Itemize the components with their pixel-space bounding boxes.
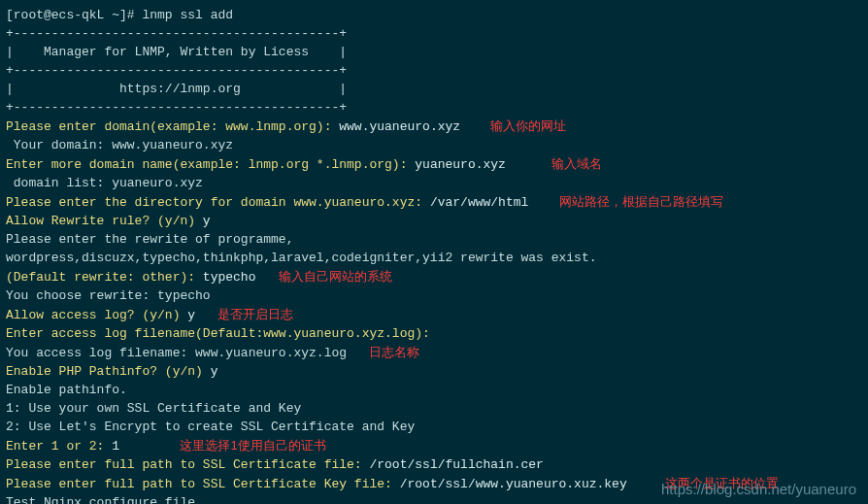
user-input[interactable]: 1: [112, 439, 119, 454]
user-input[interactable]: y: [203, 214, 211, 228]
prompt-text: Enter access log filename(Default:www.yu…: [6, 326, 438, 341]
rewrite-rule-line: Allow Rewrite rule? (y/n) y: [6, 212, 862, 230]
user-input[interactable]: typecho: [203, 270, 256, 285]
separator: +---------------------------------------…: [6, 24, 862, 43]
output-line: You access log filename: www.yuaneuro.xy…: [6, 343, 862, 362]
prompt-text: Enter 1 or 2:: [6, 439, 112, 454]
domain-prompt-line: Please enter domain(example: www.lnmp.or…: [6, 117, 862, 136]
user-input[interactable]: /root/ssl/www.yuaneuro.xuz.key: [400, 477, 627, 491]
log-filename-line: Enter access log filename(Default:www.yu…: [6, 324, 862, 343]
cert-file-line: Please enter full path to SSL Certificat…: [6, 455, 862, 474]
shell-prompt: [root@ecs-qkL ~]# lnmp ssl add: [6, 6, 862, 24]
prompt-text: Enable PHP Pathinfo? (y/n): [6, 364, 211, 379]
annotation: 输入你的网址: [490, 118, 566, 133]
rewrite-default-line: (Default rewrite: other): typecho 输入自己网站…: [6, 267, 862, 286]
output-line: Your domain: www.yuaneuro.xyz: [6, 136, 862, 154]
prompt-text: Enter more domain name(example: lnmp.org…: [6, 157, 415, 172]
prompt-text: Allow Rewrite rule? (y/n): [6, 214, 203, 228]
output-line: Please enter the rewrite of programme,: [6, 230, 862, 249]
output-line: Enable pathinfo.: [6, 381, 862, 399]
user-input[interactable]: y: [187, 308, 195, 322]
user-input[interactable]: yuaneuro.xyz: [415, 157, 506, 172]
annotation: 是否开启日志: [217, 307, 293, 321]
separator: +---------------------------------------…: [6, 98, 862, 117]
annotation: 日志名称: [369, 345, 419, 359]
prompt-text: (Default rewrite: other):: [6, 270, 203, 285]
output-line: domain list: yuaneuro.xyz: [6, 174, 862, 192]
pathinfo-line: Enable PHP Pathinfo? (y/n) y: [6, 362, 862, 381]
ssl-choice-line: Enter 1 or 2: 1 这里选择1使用自己的证书: [6, 436, 862, 455]
annotation: 输入域名: [551, 156, 602, 171]
prompt-text: Please enter domain(example: www.lnmp.or…: [6, 119, 339, 134]
more-domain-line: Enter more domain name(example: lnmp.org…: [6, 154, 862, 174]
output-text: You access log filename: www.yuaneuro.xy…: [6, 346, 347, 360]
user-input[interactable]: y: [211, 364, 218, 379]
prompt-text: Please enter full path to SSL Certificat…: [6, 477, 400, 491]
separator: +---------------------------------------…: [6, 61, 862, 80]
annotation: 输入自己网站的系统: [279, 269, 392, 284]
output-line: wordpress,discuzx,typecho,thinkphp,larav…: [6, 249, 862, 267]
output-line: You choose rewrite: typecho: [6, 286, 862, 305]
watermark: https://blog.csdn.net/yuaneuro: [661, 480, 856, 498]
prompt-text: Allow access log? (y/n): [6, 308, 187, 322]
annotation: 网站路径，根据自己路径填写: [559, 194, 723, 209]
user-input[interactable]: www.yuaneuro.xyz: [339, 119, 460, 134]
user-input[interactable]: /var/www/html: [430, 195, 528, 210]
directory-line: Please enter the directory for domain ww…: [6, 192, 862, 212]
user-input[interactable]: /root/ssl/fullchain.cer: [369, 457, 543, 472]
access-log-line: Allow access log? (y/n) y 是否开启日志: [6, 305, 862, 324]
banner-line: | Manager for LNMP, Written by Licess |: [6, 43, 862, 61]
banner-line: | https://lnmp.org |: [6, 80, 862, 98]
output-line: 1: Use your own SSL Certificate and Key: [6, 399, 862, 418]
annotation: 这里选择1使用自己的证书: [180, 438, 325, 453]
prompt-text: Please enter full path to SSL Certificat…: [6, 457, 369, 472]
prompt-text: Please enter the directory for domain ww…: [6, 195, 430, 210]
output-line: 2: Use Let's Encrypt to create SSL Certi…: [6, 418, 862, 436]
